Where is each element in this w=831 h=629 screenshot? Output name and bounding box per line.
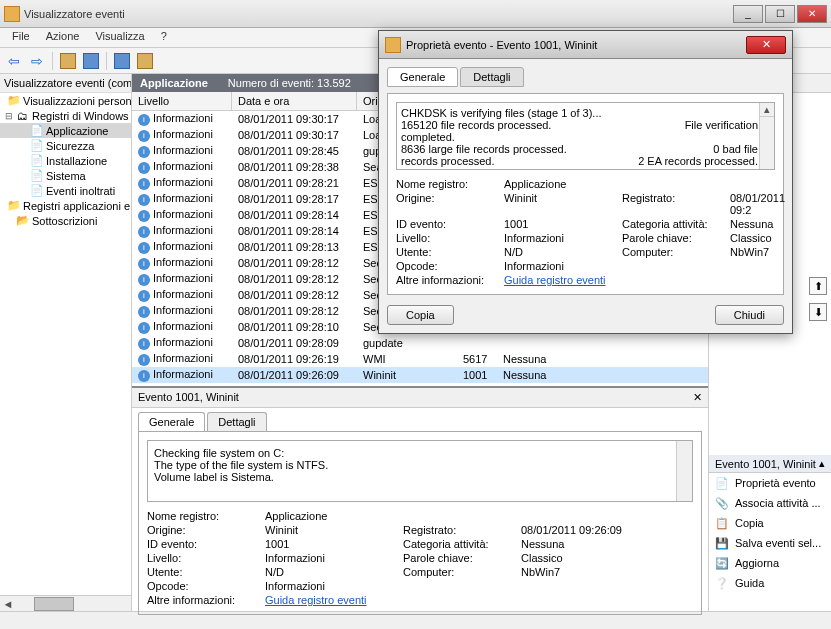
separator (106, 52, 107, 70)
val: Nessuna (730, 218, 785, 230)
lbl: Categoria attività: (622, 218, 722, 230)
toolbar-button-3[interactable] (112, 51, 132, 71)
desc-scrollbar[interactable] (676, 441, 692, 501)
val: Wininit (504, 192, 614, 216)
link-guida[interactable]: Guida registro eventi (504, 274, 614, 286)
copy-button[interactable]: Copia (387, 305, 454, 325)
val-utente: N/D (265, 566, 395, 578)
tree-item[interactable]: 📄Applicazione (0, 123, 131, 138)
description-box: Checking file system on C: The type of t… (147, 440, 693, 502)
menu-help[interactable]: ? (153, 28, 175, 47)
dlg-desc-line: records processed. (401, 155, 495, 167)
menu-visualizza[interactable]: Visualizza (87, 28, 152, 47)
toolbar-button-1[interactable] (58, 51, 78, 71)
val-registrato: 08/01/2011 09:26:09 (521, 524, 693, 536)
lbl-id: ID evento: (147, 538, 257, 550)
dlg-properties: Nome registro: Applicazione Origine: Win… (396, 178, 775, 286)
lbl: Computer: (622, 246, 722, 258)
properties-grid: Nome registro: Applicazione Origine: Win… (147, 510, 693, 606)
val-id: 1001 (265, 538, 395, 550)
action-section-header: Evento 1001, Wininit ▴ (709, 455, 831, 473)
val: 1001 (504, 218, 614, 230)
dlg-desc-line: completed. (401, 131, 758, 143)
val: 08/01/2011 09:2 (730, 192, 785, 216)
event-row[interactable]: iInformazioni08/01/2011 09:26:09Wininit1… (132, 367, 708, 383)
val-origine: Wininit (265, 524, 395, 536)
forward-button[interactable] (27, 51, 47, 71)
action-item[interactable]: 📋Copia (709, 513, 831, 533)
tree-hscroll[interactable]: ◄ (0, 595, 131, 611)
tab-general[interactable]: Generale (138, 412, 205, 431)
dlg-desc-line: 2 EA records processed. (638, 155, 758, 167)
tab-details[interactable]: Dettagli (207, 412, 266, 431)
dialog-title: Proprietà evento - Evento 1001, Wininit (406, 39, 746, 51)
lbl: Origine: (396, 192, 496, 216)
dlg-desc-line: 165120 file records processed. (401, 119, 551, 131)
lbl: Livello: (396, 232, 496, 244)
lbl-origine: Origine: (147, 524, 257, 536)
val-computer: NbWin7 (521, 566, 693, 578)
dlg-description: CHKDSK is verifying files (stage 1 of 3)… (396, 102, 775, 170)
action-item[interactable]: ❔Guida (709, 573, 831, 593)
detail-pane: Evento 1001, Wininit ✕ Generale Dettagli… (132, 386, 708, 621)
tree-item[interactable]: 📁Registri applicazioni e se (0, 198, 131, 213)
close-button[interactable]: ✕ (797, 5, 827, 23)
app-icon (4, 6, 20, 22)
tree-item[interactable]: 📄Sicurezza (0, 138, 131, 153)
dlg-tab-general[interactable]: Generale (387, 67, 458, 87)
properties-dialog: Proprietà evento - Evento 1001, Wininit … (378, 30, 793, 334)
close-button[interactable]: Chiudi (715, 305, 784, 325)
lbl: ID evento: (396, 218, 496, 230)
col-date[interactable]: Data e ora (232, 92, 357, 110)
action-item[interactable]: 💾Salva eventi sel... (709, 533, 831, 553)
lbl-opcode: Opcode: (147, 580, 257, 592)
tree-header: Visualizzatore eventi (comp (0, 74, 131, 93)
dialog-titlebar: Proprietà evento - Evento 1001, Wininit … (379, 31, 792, 59)
action-item[interactable]: 📄Proprietà evento (709, 473, 831, 493)
dlg-desc-scroll[interactable]: ▴ (759, 103, 774, 169)
val: NbWin7 (730, 246, 785, 258)
menu-azione[interactable]: Azione (38, 28, 88, 47)
tree-item[interactable]: 📁Visualizzazioni personaliz (0, 93, 131, 108)
action-item[interactable]: 🔄Aggiorna (709, 553, 831, 573)
tree-item[interactable]: 📂Sottoscrizioni (0, 213, 131, 228)
val-nome-registro: Applicazione (265, 510, 395, 522)
dlg-desc-line: CHKDSK is verifying files (stage 1 of 3)… (401, 107, 758, 119)
toolbar-button-2[interactable] (81, 51, 101, 71)
lbl: Parole chiave: (622, 232, 722, 244)
lbl-livello: Livello: (147, 552, 257, 564)
tree-item[interactable]: 📄Eventi inoltrati (0, 183, 131, 198)
collapse-icon[interactable]: ▴ (819, 457, 825, 470)
lbl: Registrato: (622, 192, 722, 216)
tree-item[interactable]: 📄Installazione (0, 153, 131, 168)
minimize-button[interactable]: _ (733, 5, 763, 23)
detail-close[interactable]: ✕ (693, 391, 702, 404)
navigation-tree: Visualizzatore eventi (comp 📁Visualizzaz… (0, 74, 132, 611)
lbl: Opcode: (396, 260, 496, 272)
dialog-close-button[interactable]: ✕ (746, 36, 786, 54)
nav-down-button[interactable]: ⬇ (809, 303, 827, 321)
back-button[interactable] (4, 51, 24, 71)
lbl-more: Altre informazioni: (147, 594, 257, 606)
description-text: Checking file system on C: The type of t… (154, 447, 686, 483)
link-guida[interactable]: Guida registro eventi (265, 594, 395, 606)
window-title: Visualizzatore eventi (24, 8, 733, 20)
lbl-nome-registro: Nome registro: (147, 510, 257, 522)
event-row[interactable]: iInformazioni08/01/2011 09:28:09gupdate (132, 335, 708, 351)
tree-item[interactable]: ⊟🗂Registri di Windows (0, 108, 131, 123)
toolbar-button-4[interactable] (135, 51, 155, 71)
val: Classico (730, 232, 785, 244)
menu-file[interactable]: File (4, 28, 38, 47)
val-livello: Informazioni (265, 552, 395, 564)
lbl-registrato: Registrato: (403, 524, 513, 536)
action-item[interactable]: 📎Associa attività ... (709, 493, 831, 513)
col-level[interactable]: Livello (132, 92, 232, 110)
tree-item[interactable]: 📄Sistema (0, 168, 131, 183)
nav-up-button[interactable]: ⬆ (809, 277, 827, 295)
maximize-button[interactable]: ☐ (765, 5, 795, 23)
titlebar: Visualizzatore eventi _ ☐ ✕ (0, 0, 831, 28)
log-name: Applicazione (140, 77, 208, 89)
val: Informazioni (504, 232, 614, 244)
dlg-tab-details[interactable]: Dettagli (460, 67, 523, 87)
event-row[interactable]: iInformazioni08/01/2011 09:26:19WMI5617N… (132, 351, 708, 367)
